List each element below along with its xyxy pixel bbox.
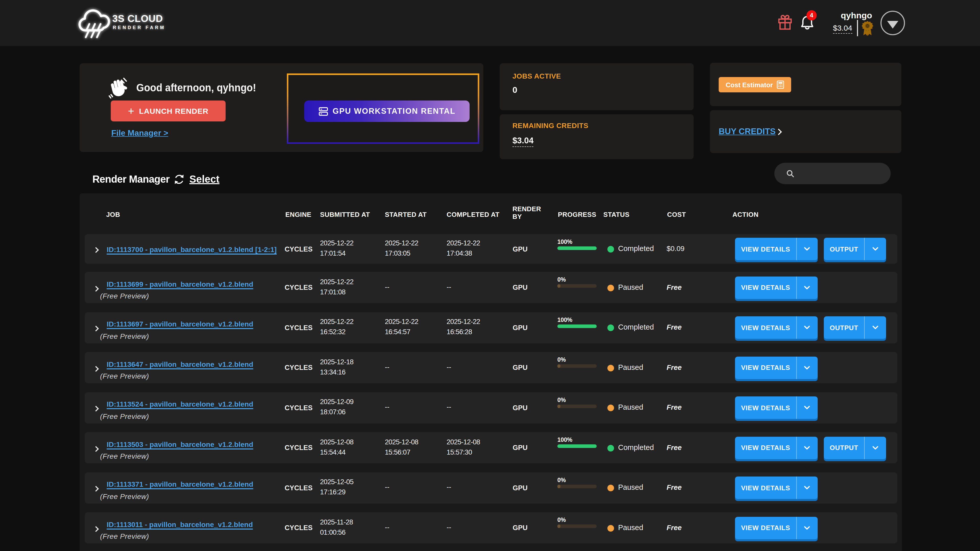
svg-text:0: 0 bbox=[866, 24, 869, 29]
